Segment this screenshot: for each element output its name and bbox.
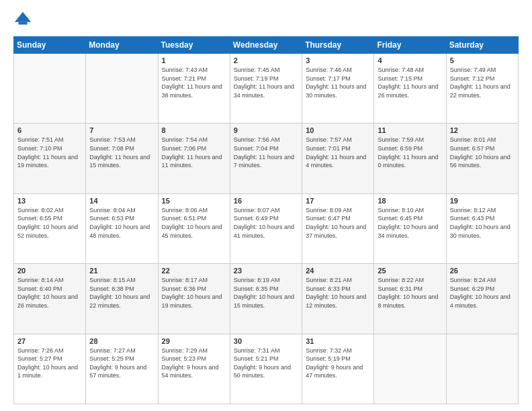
page: SundayMondayTuesdayWednesdayThursdayFrid… bbox=[0, 0, 532, 411]
day-info: Sunrise: 7:59 AM Sunset: 6:59 PM Dayligh… bbox=[378, 136, 442, 169]
calendar-cell: 14Sunrise: 8:04 AM Sunset: 6:53 PM Dayli… bbox=[86, 193, 158, 263]
day-info: Sunrise: 8:22 AM Sunset: 6:31 PM Dayligh… bbox=[378, 276, 442, 310]
day-info: Sunrise: 7:26 AM Sunset: 5:27 PM Dayligh… bbox=[17, 347, 82, 380]
calendar-cell: 7Sunrise: 7:53 AM Sunset: 7:08 PM Daylig… bbox=[86, 124, 158, 193]
calendar-cell: 1Sunrise: 7:43 AM Sunset: 7:21 PM Daylig… bbox=[158, 54, 230, 124]
calendar-cell: 31Sunrise: 7:32 AM Sunset: 5:19 PM Dayli… bbox=[302, 334, 374, 404]
calendar-cell: 13Sunrise: 8:02 AM Sunset: 6:55 PM Dayli… bbox=[14, 193, 86, 263]
day-info: Sunrise: 7:49 AM Sunset: 7:12 PM Dayligh… bbox=[450, 66, 515, 99]
day-number: 19 bbox=[450, 197, 515, 205]
day-info: Sunrise: 8:02 AM Sunset: 6:55 PM Dayligh… bbox=[17, 206, 82, 240]
calendar-table: SundayMondayTuesdayWednesdayThursdayFrid… bbox=[13, 36, 519, 404]
day-info: Sunrise: 8:21 AM Sunset: 6:33 PM Dayligh… bbox=[306, 276, 370, 310]
day-number: 31 bbox=[306, 337, 370, 345]
day-number: 29 bbox=[162, 337, 226, 345]
day-info: Sunrise: 7:48 AM Sunset: 7:15 PM Dayligh… bbox=[378, 66, 442, 99]
day-info: Sunrise: 7:45 AM Sunset: 7:19 PM Dayligh… bbox=[234, 66, 298, 99]
calendar-row-0: 1Sunrise: 7:43 AM Sunset: 7:21 PM Daylig… bbox=[14, 54, 519, 124]
day-number: 25 bbox=[378, 267, 442, 275]
calendar-cell: 21Sunrise: 8:15 AM Sunset: 6:38 PM Dayli… bbox=[86, 264, 158, 334]
day-info: Sunrise: 7:43 AM Sunset: 7:21 PM Dayligh… bbox=[162, 66, 226, 99]
calendar-cell: 29Sunrise: 7:29 AM Sunset: 5:23 PM Dayli… bbox=[158, 334, 230, 404]
day-number: 1 bbox=[162, 56, 226, 64]
calendar-cell: 9Sunrise: 7:56 AM Sunset: 7:04 PM Daylig… bbox=[230, 124, 302, 193]
day-number: 17 bbox=[306, 197, 370, 205]
day-number: 5 bbox=[450, 56, 515, 64]
calendar-cell: 27Sunrise: 7:26 AM Sunset: 5:27 PM Dayli… bbox=[14, 334, 86, 404]
day-number: 8 bbox=[162, 126, 226, 134]
day-number: 26 bbox=[450, 267, 515, 275]
day-info: Sunrise: 7:57 AM Sunset: 7:01 PM Dayligh… bbox=[306, 136, 370, 169]
day-number: 15 bbox=[162, 197, 226, 205]
day-number: 9 bbox=[234, 126, 298, 134]
day-info: Sunrise: 8:07 AM Sunset: 6:49 PM Dayligh… bbox=[234, 206, 298, 240]
day-number: 10 bbox=[306, 126, 370, 134]
calendar-row-2: 13Sunrise: 8:02 AM Sunset: 6:55 PM Dayli… bbox=[14, 193, 519, 263]
calendar-cell: 5Sunrise: 7:49 AM Sunset: 7:12 PM Daylig… bbox=[446, 54, 518, 124]
day-info: Sunrise: 8:10 AM Sunset: 6:45 PM Dayligh… bbox=[378, 206, 442, 240]
logo-icon bbox=[13, 11, 32, 30]
weekday-sunday: Sunday bbox=[14, 37, 86, 54]
day-info: Sunrise: 8:09 AM Sunset: 6:47 PM Dayligh… bbox=[306, 206, 370, 240]
svg-marker-0 bbox=[15, 12, 31, 22]
day-number: 2 bbox=[234, 56, 298, 64]
calendar-cell: 30Sunrise: 7:31 AM Sunset: 5:21 PM Dayli… bbox=[230, 334, 302, 404]
calendar-cell: 18Sunrise: 8:10 AM Sunset: 6:45 PM Dayli… bbox=[374, 193, 446, 263]
day-info: Sunrise: 8:17 AM Sunset: 6:36 PM Dayligh… bbox=[162, 276, 226, 310]
calendar-cell: 3Sunrise: 7:46 AM Sunset: 7:17 PM Daylig… bbox=[302, 54, 374, 124]
calendar-cell: 17Sunrise: 8:09 AM Sunset: 6:47 PM Dayli… bbox=[302, 193, 374, 263]
calendar-cell: 28Sunrise: 7:27 AM Sunset: 5:25 PM Dayli… bbox=[86, 334, 158, 404]
day-number: 22 bbox=[162, 267, 226, 275]
calendar-cell: 16Sunrise: 8:07 AM Sunset: 6:49 PM Dayli… bbox=[230, 193, 302, 263]
day-number: 13 bbox=[17, 197, 82, 205]
day-number: 23 bbox=[234, 267, 298, 275]
day-info: Sunrise: 7:51 AM Sunset: 7:10 PM Dayligh… bbox=[17, 136, 82, 169]
day-number: 16 bbox=[234, 197, 298, 205]
calendar-cell: 15Sunrise: 8:06 AM Sunset: 6:51 PM Dayli… bbox=[158, 193, 230, 263]
calendar-cell: 10Sunrise: 7:57 AM Sunset: 7:01 PM Dayli… bbox=[302, 124, 374, 193]
day-info: Sunrise: 7:46 AM Sunset: 7:17 PM Dayligh… bbox=[306, 66, 370, 99]
day-number: 6 bbox=[17, 126, 82, 134]
svg-rect-1 bbox=[18, 22, 27, 25]
calendar-cell: 12Sunrise: 8:01 AM Sunset: 6:57 PM Dayli… bbox=[446, 124, 518, 193]
calendar-cell bbox=[14, 54, 86, 124]
calendar-cell: 11Sunrise: 7:59 AM Sunset: 6:59 PM Dayli… bbox=[374, 124, 446, 193]
calendar-cell: 26Sunrise: 8:24 AM Sunset: 6:29 PM Dayli… bbox=[446, 264, 518, 334]
day-number: 18 bbox=[378, 197, 442, 205]
day-number: 7 bbox=[89, 126, 154, 134]
day-number: 20 bbox=[17, 267, 82, 275]
day-info: Sunrise: 7:53 AM Sunset: 7:08 PM Dayligh… bbox=[89, 136, 154, 169]
day-info: Sunrise: 8:01 AM Sunset: 6:57 PM Dayligh… bbox=[450, 136, 515, 169]
calendar-cell: 6Sunrise: 7:51 AM Sunset: 7:10 PM Daylig… bbox=[14, 124, 86, 193]
day-info: Sunrise: 7:29 AM Sunset: 5:23 PM Dayligh… bbox=[162, 347, 226, 380]
day-info: Sunrise: 8:14 AM Sunset: 6:40 PM Dayligh… bbox=[17, 276, 82, 310]
calendar-cell: 4Sunrise: 7:48 AM Sunset: 7:15 PM Daylig… bbox=[374, 54, 446, 124]
day-info: Sunrise: 8:24 AM Sunset: 6:29 PM Dayligh… bbox=[450, 276, 515, 310]
day-info: Sunrise: 7:56 AM Sunset: 7:04 PM Dayligh… bbox=[234, 136, 298, 169]
day-number: 11 bbox=[378, 126, 442, 134]
day-number: 4 bbox=[378, 56, 442, 64]
day-number: 27 bbox=[17, 337, 82, 345]
calendar-row-1: 6Sunrise: 7:51 AM Sunset: 7:10 PM Daylig… bbox=[14, 124, 519, 193]
day-info: Sunrise: 8:04 AM Sunset: 6:53 PM Dayligh… bbox=[89, 206, 154, 240]
day-info: Sunrise: 8:06 AM Sunset: 6:51 PM Dayligh… bbox=[162, 206, 226, 240]
calendar-cell bbox=[446, 334, 518, 404]
day-info: Sunrise: 8:15 AM Sunset: 6:38 PM Dayligh… bbox=[89, 276, 154, 310]
calendar-cell: 25Sunrise: 8:22 AM Sunset: 6:31 PM Dayli… bbox=[374, 264, 446, 334]
day-info: Sunrise: 7:32 AM Sunset: 5:19 PM Dayligh… bbox=[306, 347, 370, 380]
day-number: 21 bbox=[89, 267, 154, 275]
calendar-cell: 23Sunrise: 8:19 AM Sunset: 6:35 PM Dayli… bbox=[230, 264, 302, 334]
weekday-saturday: Saturday bbox=[446, 37, 518, 54]
day-number: 24 bbox=[306, 267, 370, 275]
calendar-cell bbox=[86, 54, 158, 124]
calendar-cell: 8Sunrise: 7:54 AM Sunset: 7:06 PM Daylig… bbox=[158, 124, 230, 193]
weekday-header-row: SundayMondayTuesdayWednesdayThursdayFrid… bbox=[14, 37, 519, 54]
weekday-friday: Friday bbox=[374, 37, 446, 54]
calendar-cell: 24Sunrise: 8:21 AM Sunset: 6:33 PM Dayli… bbox=[302, 264, 374, 334]
calendar-cell: 20Sunrise: 8:14 AM Sunset: 6:40 PM Dayli… bbox=[14, 264, 86, 334]
day-info: Sunrise: 8:12 AM Sunset: 6:43 PM Dayligh… bbox=[450, 206, 515, 240]
weekday-monday: Monday bbox=[86, 37, 158, 54]
calendar-row-3: 20Sunrise: 8:14 AM Sunset: 6:40 PM Dayli… bbox=[14, 264, 519, 334]
calendar-cell: 19Sunrise: 8:12 AM Sunset: 6:43 PM Dayli… bbox=[446, 193, 518, 263]
logo bbox=[13, 11, 35, 30]
